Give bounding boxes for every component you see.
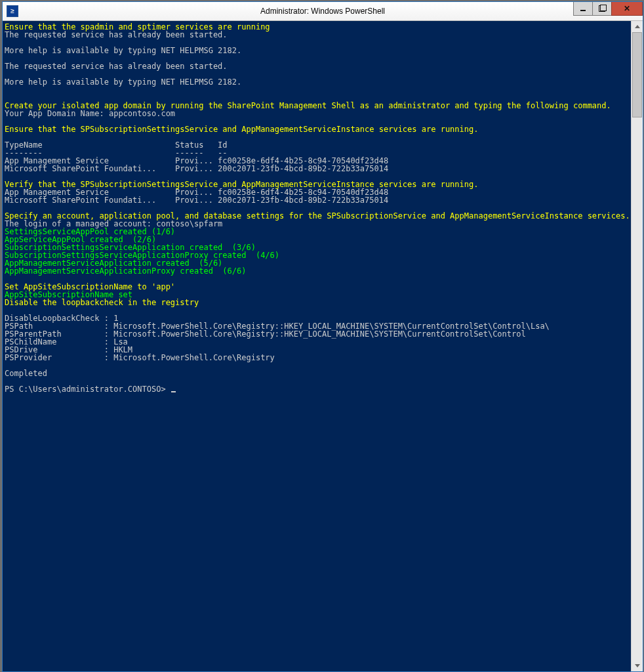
console-line: More help is available by typing NET HEL…: [5, 47, 631, 54]
close-icon: ✕: [624, 5, 630, 12]
window-title: Administrator: Windows PowerShell: [3, 7, 643, 16]
console-line: PSProvider : Microsoft.PowerShell.Core\R…: [5, 354, 631, 362]
console-line: Microsoft SharePoint Foundati... Provi..…: [5, 165, 631, 173]
console-line: Completed: [5, 369, 631, 377]
console-line: The requested service has already been s…: [5, 31, 631, 39]
console-line: Ensure that the SPSubscriptionSettingsSe…: [5, 125, 631, 133]
minimize-button[interactable]: [573, 2, 593, 16]
powershell-window: ≥ Administrator: Windows PowerShell ✕ En…: [2, 1, 643, 672]
prompt-line[interactable]: PS C:\Users\administrator.CONTOSO>: [5, 385, 631, 393]
console-line: Disable the loopbackcheck in the registr…: [5, 299, 631, 306]
console-line: Your App Domain Name: appcontoso.com: [5, 110, 631, 117]
chevron-up-icon: [635, 25, 640, 28]
console-line: Microsoft SharePoint Foundati... Provi..…: [5, 196, 631, 204]
scroll-up-button[interactable]: [632, 21, 643, 32]
console-line: More help is available by typing NET HEL…: [5, 78, 631, 86]
client-area: Ensure that the spadmin and sptimer serv…: [3, 21, 643, 671]
scroll-thumb[interactable]: [632, 32, 642, 117]
cursor: [171, 391, 176, 392]
scroll-down-button[interactable]: [632, 660, 643, 671]
console-line: [5, 86, 631, 94]
console-line: [5, 362, 631, 369]
minimize-icon: [580, 10, 586, 11]
titlebar[interactable]: ≥ Administrator: Windows PowerShell ✕: [3, 2, 643, 21]
console-line: The requested service has already been s…: [5, 62, 631, 70]
maximize-button[interactable]: [592, 2, 612, 16]
vertical-scrollbar[interactable]: [631, 21, 643, 671]
maximize-icon: [599, 5, 605, 12]
chevron-down-icon: [635, 664, 640, 667]
console-output[interactable]: Ensure that the spadmin and sptimer serv…: [3, 21, 631, 671]
console-line: AppManagementServiceApplicationProxy cre…: [5, 267, 631, 275]
window-buttons: ✕: [574, 2, 643, 16]
close-button[interactable]: ✕: [611, 2, 643, 16]
powershell-icon: ≥: [7, 5, 18, 17]
